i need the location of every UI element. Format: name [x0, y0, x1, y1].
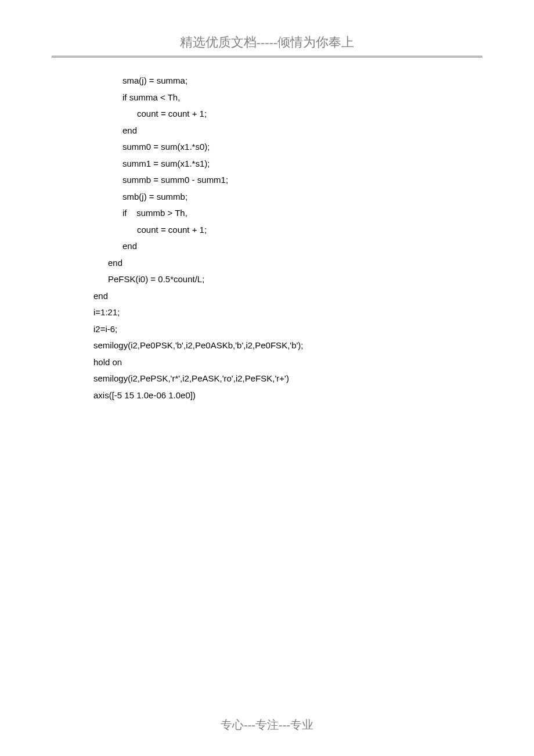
code-line: semilogy(i2,PePSK,'r*',i2,PeASK,'ro',i2,… [93, 370, 534, 387]
code-line: end [93, 255, 534, 272]
code-line: PeFSK(i0) = 0.5*count/L; [93, 271, 534, 288]
code-line: sma(j) = summa; [93, 73, 534, 89]
code-line: count = count + 1; [93, 106, 534, 123]
code-line: hold on [93, 354, 534, 371]
footer-text: 专心---专注---专业 [221, 718, 313, 731]
page-header: 精选优质文档-----倾情为你奉上 [0, 34, 534, 55]
document-page: 精选优质文档-----倾情为你奉上 sma(j) = summa; if sum… [0, 0, 534, 756]
code-line: if summb > Th, [93, 205, 534, 222]
code-line: summ0 = sum(x1.*s0); [93, 139, 534, 156]
code-line: end [93, 238, 534, 255]
code-line: end [93, 123, 534, 139]
code-line: count = count + 1; [93, 222, 534, 239]
code-line: i2=i-6; [93, 321, 534, 338]
code-content: sma(j) = summa; if summa < Th, count = c… [0, 57, 534, 404]
code-line: semilogy(i2,Pe0PSK,'b',i2,Pe0ASKb,'b',i2… [93, 337, 534, 354]
code-line: end [93, 288, 534, 305]
code-line: if summa < Th, [93, 89, 534, 106]
code-line: summb = summ0 - summ1; [93, 172, 534, 189]
code-line: summ1 = sum(x1.*s1); [93, 156, 534, 172]
code-line: i=1:21; [93, 304, 534, 321]
page-footer: 专心---专注---专业 [0, 717, 534, 733]
code-line: axis([-5 15 1.0e-06 1.0e0]) [93, 387, 534, 404]
header-text: 精选优质文档-----倾情为你奉上 [180, 35, 355, 49]
code-line: smb(j) = summb; [93, 189, 534, 206]
